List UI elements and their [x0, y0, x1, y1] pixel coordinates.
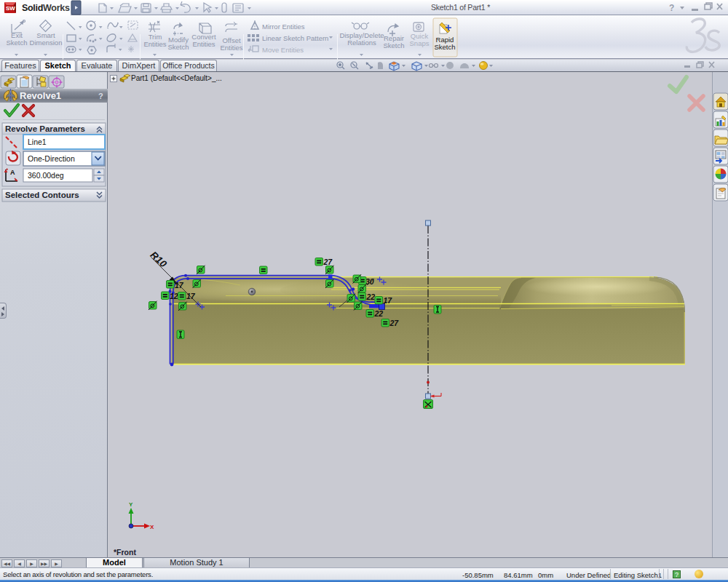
svg-text:22: 22 — [366, 292, 376, 301]
svg-text:360.00deg: 360.00deg — [28, 171, 64, 180]
svg-text:30: 30 — [365, 277, 374, 286]
svg-text:?: ? — [669, 3, 674, 13]
svg-text:SolidWorks: SolidWorks — [22, 3, 70, 13]
svg-text:A: A — [10, 169, 15, 176]
svg-text:22: 22 — [374, 309, 384, 318]
svg-text:12: 12 — [170, 292, 178, 300]
svg-text:27: 27 — [389, 319, 400, 327]
svg-text:X: X — [150, 524, 154, 530]
svg-text:Line1: Line1 — [28, 137, 47, 146]
svg-text:Y: Y — [129, 501, 133, 508]
svg-text:SW: SW — [6, 5, 15, 12]
svg-text:Revolve Parameters: Revolve Parameters — [5, 124, 85, 133]
svg-text:Selected Contours: Selected Contours — [5, 191, 79, 199]
svg-text:17: 17 — [175, 281, 184, 290]
svg-text:27: 27 — [323, 258, 333, 266]
svg-text:17: 17 — [186, 292, 196, 300]
svg-text:17: 17 — [384, 296, 393, 305]
svg-text:Sketch1 of Part1 *: Sketch1 of Part1 * — [431, 3, 490, 12]
svg-text:One-Direction: One-Direction — [28, 154, 75, 163]
svg-text:Revolve1: Revolve1 — [20, 90, 61, 101]
svg-text:Part1 (Default<<Default>_...: Part1 (Default<<Default>_... — [131, 74, 222, 82]
svg-text:*Front: *Front — [114, 548, 136, 557]
svg-text:?: ? — [98, 92, 103, 100]
